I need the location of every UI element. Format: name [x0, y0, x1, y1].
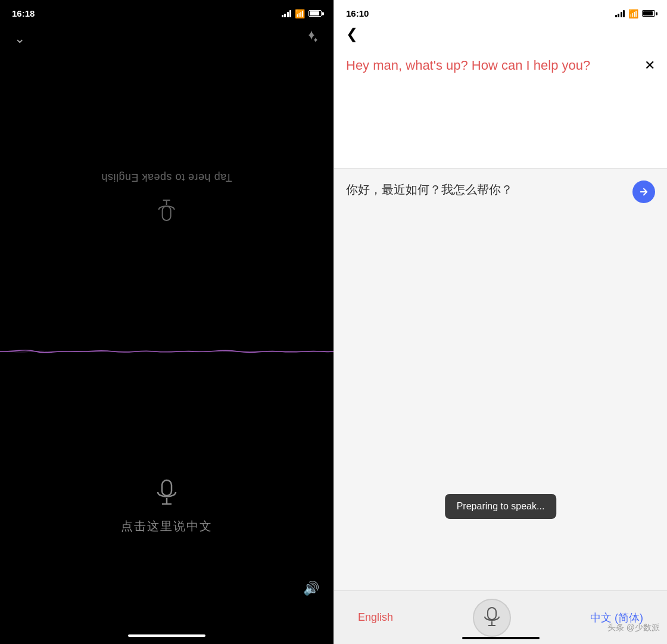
chevron-down-icon[interactable]: ⌄ [14, 31, 25, 46]
upper-tap-text: Tap here to speak English [101, 171, 232, 183]
english-lang-button[interactable]: English [346, 606, 405, 629]
center-mic-button[interactable] [473, 599, 511, 637]
wifi-icon-right: 📶 [628, 9, 638, 18]
left-panel: 16:18 📶 ⌄ [0, 0, 334, 644]
signal-icon [282, 10, 292, 17]
volume-icon[interactable]: 🔊 [303, 581, 319, 596]
battery-icon [308, 10, 322, 17]
english-message-area: Hey man, what's up? How can I help you? … [334, 49, 667, 169]
english-message-text: Hey man, what's up? How can I help you? [346, 57, 637, 75]
right-time: 16:10 [346, 8, 369, 18]
watermark: 头条 @少数派 [607, 623, 660, 633]
mic-icon-lower [155, 479, 179, 509]
preparing-tooltip: Preparing to speak... [445, 494, 557, 519]
svg-rect-0 [163, 206, 171, 220]
lower-tap-text: 点击这里说中文 [121, 518, 213, 534]
close-button[interactable]: ✕ [644, 58, 655, 73]
send-button[interactable] [632, 181, 655, 203]
svg-rect-3 [162, 480, 172, 496]
chinese-header: 你好，最近如何？我怎么帮你？ [346, 181, 655, 203]
wifi-icon: 📶 [295, 9, 305, 18]
left-status-icons: 📶 [282, 9, 322, 18]
signal-icon-right [615, 10, 625, 17]
home-indicator-right [462, 637, 540, 639]
svg-rect-6 [488, 608, 496, 620]
waveform [0, 334, 334, 369]
chinese-area: 你好，最近如何？我怎么帮你？ Preparing to speak... [334, 169, 667, 590]
right-nav: ❮ [334, 18, 667, 49]
left-time: 16:18 [12, 8, 35, 18]
back-button[interactable]: ❮ [346, 26, 358, 42]
preparing-text: Preparing to speak... [457, 501, 545, 511]
lower-tap-area[interactable]: 点击这里说中文 [0, 369, 334, 644]
mic-icon-upper [156, 195, 177, 222]
ai-icon[interactable] [304, 29, 319, 48]
left-status-bar: 16:18 📶 [0, 0, 334, 18]
upper-tap-area[interactable]: Tap here to speak English [0, 59, 334, 334]
left-top-controls: ⌄ [0, 18, 334, 59]
right-panel: 16:10 📶 ❮ Hey man, what's up? How can I … [334, 0, 667, 644]
center-mic-icon [483, 607, 501, 629]
right-status-icons: 📶 [615, 9, 656, 18]
home-indicator [128, 634, 205, 637]
battery-icon-right [642, 10, 655, 17]
bottom-language-bar: English 中文 (简体) [334, 590, 667, 644]
chinese-message-text: 你好，最近如何？我怎么帮你？ [346, 181, 625, 198]
right-status-bar: 16:10 📶 [334, 0, 667, 18]
